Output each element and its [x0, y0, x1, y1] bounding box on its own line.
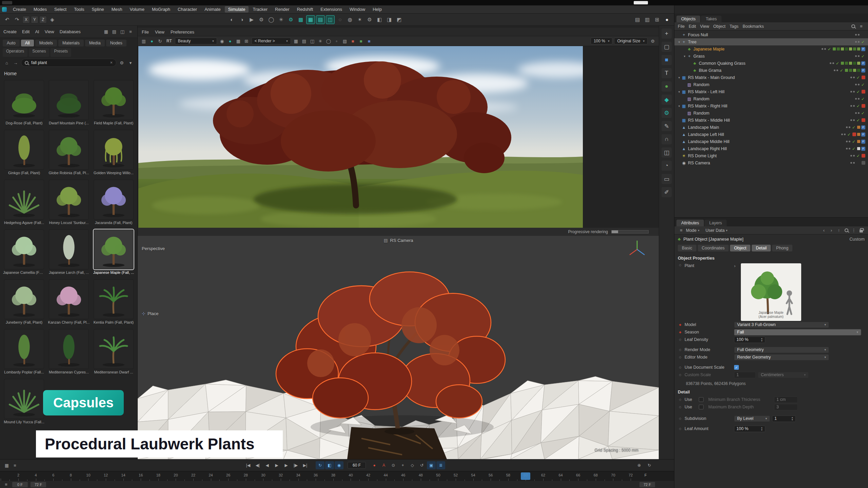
- up-icon[interactable]: ↑: [835, 227, 842, 234]
- material-swatch[interactable]: [857, 126, 860, 129]
- field-tag-icon[interactable]: F: [861, 140, 865, 144]
- material-swatch[interactable]: [837, 47, 840, 50]
- filter-materials[interactable]: Materials: [58, 40, 84, 46]
- asset-menu-view[interactable]: View: [45, 29, 54, 34]
- magic-solver-icon[interactable]: ✳: [277, 15, 285, 24]
- bucket-b-icon[interactable]: ◨: [385, 15, 394, 24]
- enabled-check-icon[interactable]: ✓: [861, 54, 865, 59]
- material-swatch[interactable]: [857, 47, 860, 50]
- visibility-dot[interactable]: [822, 48, 823, 50]
- field-tag-icon[interactable]: F: [861, 147, 865, 151]
- visibility-dot[interactable]: [834, 69, 835, 71]
- asset-dwarf-mountain-pine[interactable]: Dwarf Mountain Pine (...: [47, 80, 90, 125]
- visibility-dot[interactable]: [830, 62, 831, 64]
- marquee-icon[interactable]: ▫: [333, 38, 340, 44]
- keyframe-marker[interactable]: ◇: [678, 417, 683, 420]
- restart-render-icon[interactable]: ↻: [157, 38, 163, 44]
- object-rs-dome-light[interactable]: ☀RS Dome Light✓: [674, 152, 868, 159]
- object-focus-null[interactable]: +Focus Null: [674, 31, 868, 38]
- material-swatch[interactable]: [845, 69, 848, 72]
- play-button[interactable]: ▶: [272, 461, 281, 469]
- material-swatch[interactable]: [845, 47, 848, 50]
- material-manager-icon[interactable]: ◯: [267, 15, 276, 24]
- visibility-dot[interactable]: [846, 141, 848, 142]
- menu-tracker[interactable]: Tracker: [249, 6, 271, 13]
- menu-spline[interactable]: Spline: [88, 6, 107, 13]
- section-tab-coordinates[interactable]: Coordinates: [698, 245, 729, 251]
- asset-hedgehog-agave-fall[interactable]: Hedgehog Agave (Fall...: [3, 180, 45, 225]
- modes-a-icon[interactable]: ◌: [336, 15, 344, 24]
- plant-preview[interactable]: Japanese Maple (Acer palmatum): [741, 263, 801, 321]
- menu-create[interactable]: Create: [9, 6, 29, 13]
- simulate-gear-icon[interactable]: ⚙: [287, 15, 295, 24]
- render-viewport[interactable]: [138, 46, 583, 228]
- visibility-dot[interactable]: [853, 77, 855, 78]
- visibility-dot[interactable]: [858, 41, 860, 43]
- menu-volume[interactable]: Volume: [126, 6, 148, 13]
- redo-icon[interactable]: ↷: [13, 15, 21, 24]
- asset-menu-databases[interactable]: Databases: [60, 29, 81, 34]
- keyframe-marker[interactable]: ◇: [678, 355, 683, 359]
- editor-mode-dropdown[interactable]: Render Geometry▾: [734, 354, 829, 361]
- object-rs-matrix-right-hill[interactable]: ▾▦RS Matrix - Right Hill✓: [674, 102, 868, 109]
- axis-x-button[interactable]: X: [22, 16, 30, 23]
- asset-menu-edit[interactable]: Edit: [22, 29, 29, 34]
- enabled-check-icon[interactable]: ✓: [861, 82, 865, 87]
- prev-frame-button[interactable]: ◀: [263, 461, 272, 469]
- enabled-check-icon[interactable]: ✓: [839, 68, 844, 73]
- menu-modes[interactable]: Modes: [30, 6, 50, 13]
- search-input[interactable]: fall plant ×: [21, 59, 116, 67]
- split-icon[interactable]: ◫: [309, 38, 316, 44]
- section-tab-object[interactable]: Object: [730, 245, 750, 251]
- object-landscape-middle-hill[interactable]: ▲Landscape Middle Hill✓F: [674, 138, 868, 145]
- visibility-dot[interactable]: [855, 34, 857, 36]
- asset-japanese-larch-fall[interactable]: Japanese Larch (Fall, ...: [47, 229, 90, 274]
- current-frame-field[interactable]: 60 F: [348, 462, 366, 469]
- min-branch-use-checkbox[interactable]: ✓: [699, 397, 704, 402]
- channel-b-icon[interactable]: ■: [366, 38, 373, 44]
- object-landscape-main[interactable]: ▲Landscape Main✓F: [674, 124, 868, 131]
- mode-dropdown[interactable]: Mode: [686, 228, 696, 233]
- more-icon[interactable]: ⋮: [850, 227, 857, 234]
- asset-kentia-palm-fall-plant[interactable]: Kentia Palm (Fall, Plant): [92, 279, 135, 324]
- tab-layers[interactable]: Layers: [705, 220, 727, 226]
- object-rs-matrix-middle-hill[interactable]: ▦RS Matrix - Middle Hill✓: [674, 117, 868, 124]
- om-menu-object[interactable]: Object: [713, 24, 726, 29]
- asset-menu-ai[interactable]: AI: [35, 29, 39, 34]
- min-branch-field[interactable]: 1 cm: [774, 396, 798, 403]
- render-settings-icon[interactable]: ◑: [237, 15, 246, 24]
- modes-b-icon[interactable]: ◍: [346, 15, 354, 24]
- visibility-dot[interactable]: [853, 162, 855, 164]
- menu-character[interactable]: Character: [174, 6, 200, 13]
- max-branch-field[interactable]: 3: [774, 404, 798, 410]
- visibility-dot[interactable]: [850, 119, 852, 121]
- visibility-dot[interactable]: [832, 62, 834, 64]
- keyframe-marker[interactable]: ◇: [678, 427, 683, 430]
- visibility-dot[interactable]: [844, 134, 846, 135]
- material-swatch[interactable]: [833, 47, 836, 50]
- options-gear-icon[interactable]: ⚙: [365, 15, 374, 24]
- redshift-tag-icon[interactable]: [862, 76, 865, 79]
- redshift-logo-icon[interactable]: ●: [663, 15, 671, 24]
- menu-extensions[interactable]: Extensions: [317, 6, 346, 13]
- timeline-end-field[interactable]: 72 F: [639, 482, 655, 487]
- menu-window[interactable]: Window: [346, 6, 369, 13]
- sculpt-tool-icon[interactable]: ●: [662, 81, 672, 92]
- field-tag-icon[interactable]: F: [861, 68, 865, 73]
- asset-mediterranean-dwarf[interactable]: Mediterranean Dwarf ...: [92, 329, 135, 374]
- keyframe-marker[interactable]: ◇: [678, 373, 683, 377]
- om-menu-bookmarks[interactable]: Bookmarks: [743, 24, 764, 29]
- keyframe-marker[interactable]: ◆: [678, 323, 683, 326]
- menu-help[interactable]: Help: [369, 6, 385, 13]
- undo-icon[interactable]: ↶: [3, 15, 12, 24]
- object-grass[interactable]: ▾+Grass✓: [674, 53, 868, 60]
- model-dropdown[interactable]: Variant 3 Full-Grown▾: [734, 322, 829, 328]
- subdivision-mode-dropdown[interactable]: By Level▾: [734, 415, 770, 422]
- menu-mograph[interactable]: MoGraph: [149, 6, 174, 13]
- axis-z-button[interactable]: Z: [39, 16, 47, 23]
- object-landscape-right-hill[interactable]: ▲Landscape Right Hill✓F: [674, 145, 868, 152]
- menu-render[interactable]: Render: [272, 6, 293, 13]
- coord-system-icon[interactable]: ◈: [48, 15, 57, 24]
- timeline-ruler[interactable]: 2468101214161820222426283032343638404244…: [0, 471, 674, 481]
- enabled-check-icon[interactable]: ✓: [835, 61, 840, 66]
